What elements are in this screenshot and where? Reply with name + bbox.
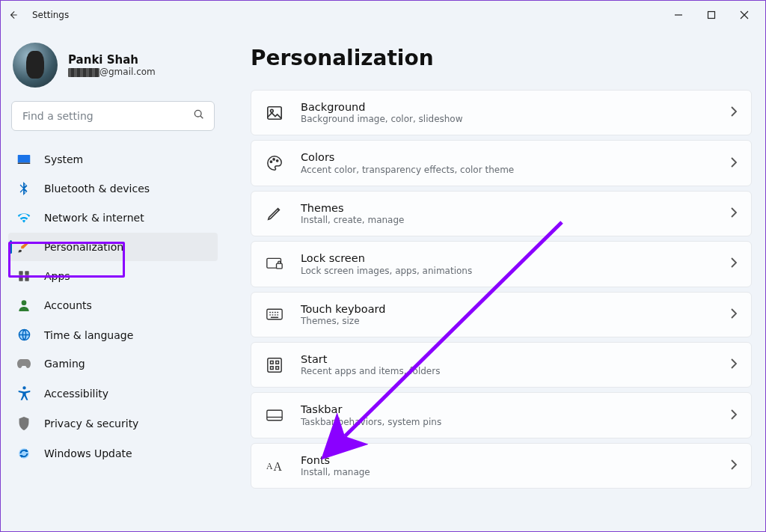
svg-point-8: [22, 300, 27, 305]
sidebar-item-label: Gaming: [44, 358, 85, 370]
search-input[interactable]: [21, 109, 193, 123]
picture-icon: [265, 103, 284, 123]
svg-rect-7: [25, 277, 28, 281]
card-sub: Accent color, transparency effects, colo…: [301, 165, 714, 175]
sidebar-item-label: Accounts: [44, 299, 92, 311]
card-background[interactable]: Background Background image, color, slid…: [251, 90, 752, 135]
svg-rect-18: [277, 263, 283, 269]
avatar: [13, 43, 58, 88]
update-icon: [17, 447, 31, 460]
card-title: Lock screen: [301, 252, 714, 265]
minimize-button[interactable]: [664, 5, 693, 25]
sidebar-item-accounts[interactable]: Accounts: [8, 291, 218, 319]
svg-rect-0: [708, 12, 715, 19]
globe-icon: [17, 328, 31, 341]
svg-rect-3: [18, 163, 31, 165]
card-sub: Lock screen images, apps, animations: [301, 266, 714, 276]
sidebar-nav: System Bluetooth & devices Network & int…: [8, 146, 218, 468]
chevron-right-icon: [730, 459, 738, 473]
sidebar-item-label: Time & language: [44, 329, 133, 341]
sidebar-item-network[interactable]: Network & internet: [8, 204, 218, 231]
page-title: Personalization: [251, 46, 752, 70]
sidebar-item-label: Windows Update: [44, 447, 132, 459]
sidebar-item-bluetooth[interactable]: Bluetooth & devices: [8, 174, 218, 203]
svg-rect-20: [268, 358, 281, 371]
card-lockscreen[interactable]: Lock screen Lock screen images, apps, an…: [251, 241, 752, 287]
lockscreen-icon: [265, 254, 284, 274]
svg-rect-24: [276, 366, 279, 369]
card-title: Taskbar: [301, 403, 714, 416]
sidebar-item-accessibility[interactable]: Accessibility: [8, 379, 218, 408]
svg-rect-4: [19, 271, 22, 275]
taskbar-icon: [265, 406, 284, 425]
sidebar-item-label: Apps: [44, 270, 70, 282]
svg-rect-22: [276, 361, 279, 364]
sidebar-item-gaming[interactable]: Gaming: [8, 350, 218, 377]
wifi-icon: [17, 213, 31, 223]
sidebar-item-label: System: [44, 153, 83, 165]
svg-rect-12: [268, 106, 281, 119]
card-sub: Install, manage: [301, 467, 714, 477]
chevron-right-icon: [730, 106, 738, 120]
sidebar-item-label: Personalization: [44, 241, 123, 253]
svg-text:A: A: [266, 462, 273, 472]
sidebar-item-label: Privacy & security: [44, 418, 138, 429]
apps-icon: [17, 270, 31, 282]
shield-icon: [17, 417, 31, 430]
chevron-right-icon: [730, 308, 738, 322]
card-sub: Themes, size: [301, 316, 714, 326]
accessibility-icon: [17, 386, 31, 400]
card-title: Themes: [301, 202, 714, 215]
keyboard-icon: [265, 305, 284, 324]
svg-point-14: [270, 161, 272, 162]
sidebar-item-update[interactable]: Windows Update: [8, 439, 218, 468]
svg-point-1: [194, 110, 201, 117]
svg-text:A: A: [273, 460, 282, 473]
sidebar: Panki Shah @gmail.com System Bluetooth: [1, 25, 225, 531]
system-icon: [17, 154, 31, 165]
card-fonts[interactable]: AA Fonts Install, manage: [251, 443, 752, 489]
bluetooth-icon: [17, 182, 31, 195]
card-themes[interactable]: Themes Install, create, manage: [251, 191, 752, 236]
svg-rect-6: [19, 277, 22, 281]
maximize-button[interactable]: [696, 5, 726, 25]
card-sub: Recent apps and items, folders: [301, 366, 714, 376]
card-title: Fonts: [301, 454, 714, 467]
sidebar-item-apps[interactable]: Apps: [8, 263, 218, 290]
main-content: Personalization Background Background im…: [225, 25, 765, 531]
svg-rect-25: [267, 410, 282, 421]
chevron-right-icon: [730, 156, 738, 171]
sidebar-item-privacy[interactable]: Privacy & security: [8, 409, 218, 438]
card-title: Touch keyboard: [301, 303, 714, 316]
svg-point-16: [277, 160, 278, 162]
svg-point-10: [22, 386, 25, 389]
close-button[interactable]: [729, 5, 759, 25]
card-start[interactable]: Start Recent apps and items, folders: [251, 342, 752, 388]
sidebar-item-time[interactable]: Time & language: [8, 321, 218, 349]
svg-rect-21: [271, 361, 274, 364]
window-title: Settings: [32, 10, 69, 20]
svg-rect-2: [18, 155, 31, 163]
profile-name: Panki Shah: [68, 53, 156, 67]
svg-rect-5: [25, 271, 28, 275]
chevron-right-icon: [730, 358, 738, 372]
sidebar-item-label: Network & internet: [44, 212, 144, 224]
svg-point-13: [271, 109, 274, 112]
gamepad-icon: [17, 358, 31, 369]
titlebar: Settings: [1, 1, 765, 25]
card-touchkeyboard[interactable]: Touch keyboard Themes, size: [251, 292, 752, 337]
chevron-right-icon: [730, 257, 738, 271]
fonts-icon: AA: [265, 456, 284, 475]
card-colors[interactable]: Colors Accent color, transparency effect…: [251, 140, 752, 186]
chevron-right-icon: [730, 409, 738, 423]
back-button[interactable]: [7, 8, 20, 22]
sidebar-item-label: Accessibility: [44, 388, 108, 400]
chevron-right-icon: [730, 207, 738, 221]
sidebar-item-system[interactable]: System: [8, 146, 218, 173]
sidebar-item-personalization[interactable]: Personalization: [8, 233, 218, 261]
profile[interactable]: Panki Shah @gmail.com: [8, 40, 218, 101]
card-taskbar[interactable]: Taskbar Taskbar behaviors, system pins: [251, 392, 752, 438]
palette-icon: [265, 153, 284, 173]
pencil-icon: [265, 204, 284, 223]
search-box[interactable]: [11, 101, 215, 131]
